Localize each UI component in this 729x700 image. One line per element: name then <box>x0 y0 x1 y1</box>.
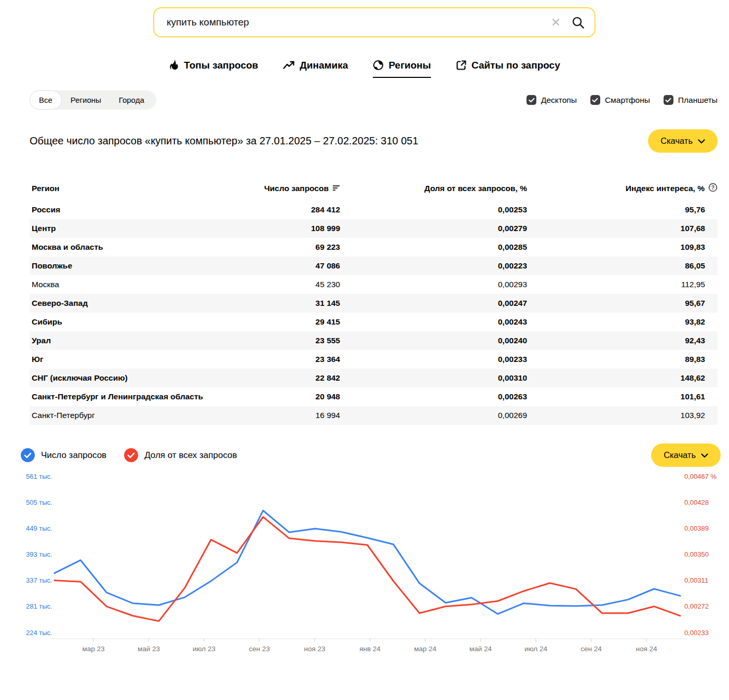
column-interest: Индекс интереса, % ? <box>527 178 718 200</box>
cell-region: Поволжье <box>30 257 258 275</box>
svg-text:май 24: май 24 <box>469 645 492 653</box>
table-row: Центр108 9990,00279107,68 <box>30 219 718 238</box>
cell-queries: 108 999 <box>258 219 340 238</box>
device-label: Планшеты <box>678 96 718 105</box>
cell-queries: 20 948 <box>258 387 340 406</box>
external-link-icon <box>456 60 467 71</box>
svg-text:ноя 24: ноя 24 <box>636 645 657 653</box>
regions-table: Регион Число запросов Доля от все <box>30 178 718 425</box>
svg-text:ноя 23: ноя 23 <box>304 645 325 653</box>
svg-text:июл 24: июл 24 <box>524 645 548 653</box>
cell-interest: 95,76 <box>527 200 718 219</box>
segment-all[interactable]: Все <box>30 90 62 110</box>
cell-region: Центр <box>30 219 258 238</box>
table-row: Урал23 5550,0024092,43 <box>30 331 718 350</box>
table-row: Россия284 4120,0025395,76 <box>30 200 718 219</box>
total-queries-summary: Общее число запросов «купить компьютер» … <box>30 135 419 147</box>
search-input[interactable] <box>166 16 551 29</box>
main-tabs: Топы запросов Динамика Регионы <box>0 59 729 78</box>
chart-legend: Число запросов Доля от всех запросов <box>21 448 237 462</box>
chevron-down-icon <box>701 450 708 460</box>
checkbox-desktops[interactable]: Десктопы <box>526 95 577 105</box>
svg-text:505 тыс.: 505 тыс. <box>26 499 52 506</box>
cell-share: 0,00233 <box>340 350 527 369</box>
geo-segmented-control: Все Регионы Города <box>30 90 156 110</box>
tab-sites[interactable]: Сайты по запросу <box>456 59 560 78</box>
cell-queries: 47 086 <box>258 257 340 275</box>
summary-row: Общее число запросов «купить компьютер» … <box>30 129 718 153</box>
table-row: Северо-Запад31 1450,0024795,67 <box>30 294 718 313</box>
device-filters: Десктопы Смартфоны Планшеты <box>526 95 718 105</box>
search-box[interactable]: ✕ <box>153 7 596 37</box>
tab-dynamics[interactable]: Динамика <box>283 59 348 78</box>
legend-number-of-queries[interactable]: Число запросов <box>21 448 106 462</box>
cell-queries: 45 230 <box>258 275 340 294</box>
legend-check-icon-blue <box>21 448 35 462</box>
download-label: Скачать <box>660 136 693 146</box>
cell-region: Москва и область <box>30 238 258 257</box>
chart-area: мар 23май 23июл 23сен 23ноя 23янв 24мар … <box>0 470 729 661</box>
help-icon[interactable]: ? <box>708 183 718 194</box>
sort-descending-icon <box>332 184 340 193</box>
cell-share: 0,00253 <box>340 200 527 219</box>
line-chart: мар 23май 23июл 23сен 23ноя 23янв 24мар … <box>0 470 729 661</box>
svg-text:561 тыс.: 561 тыс. <box>26 473 52 480</box>
table-header-row: Регион Число запросов Доля от все <box>30 178 718 200</box>
svg-text:0,00428: 0,00428 <box>684 499 709 506</box>
svg-text:?: ? <box>711 184 714 191</box>
legend-share-of-queries[interactable]: Доля от всех запросов <box>124 448 237 462</box>
checkbox-smartphones[interactable]: Смартфоны <box>590 95 650 105</box>
cell-interest: 109,83 <box>527 238 718 257</box>
cell-queries: 31 145 <box>258 294 340 313</box>
device-label: Десктопы <box>541 96 577 105</box>
svg-text:337 тыс.: 337 тыс. <box>26 576 52 584</box>
table-row: Сибирь29 4150,0024393,82 <box>30 313 718 331</box>
tab-regions[interactable]: Регионы <box>373 59 431 78</box>
cell-queries: 16 994 <box>258 406 340 425</box>
cell-share: 0,00240 <box>340 331 527 350</box>
svg-text:мар 23: мар 23 <box>82 645 104 653</box>
cell-region: Урал <box>30 331 258 350</box>
segment-regions[interactable]: Регионы <box>62 90 110 110</box>
column-queries[interactable]: Число запросов <box>258 178 340 200</box>
column-interest-label: Индекс интереса, % <box>626 184 705 193</box>
checkbox-tablets[interactable]: Планшеты <box>664 95 718 105</box>
column-queries-label: Число запросов <box>264 184 329 193</box>
table-row: Санкт-Петербург и Ленинградская область2… <box>30 387 718 406</box>
download-chart-button[interactable]: Скачать <box>651 443 721 467</box>
legend-label: Доля от всех запросов <box>144 450 237 461</box>
checkbox-checked-icon <box>526 95 536 105</box>
svg-text:0,00233: 0,00233 <box>684 629 709 637</box>
segment-cities[interactable]: Города <box>110 90 153 110</box>
clear-icon[interactable]: ✕ <box>551 17 561 29</box>
svg-text:393 тыс.: 393 тыс. <box>26 550 52 558</box>
flame-icon <box>169 59 179 71</box>
cell-region: Санкт-Петербург <box>30 406 258 425</box>
globe-icon <box>373 60 384 71</box>
cell-region: Сибирь <box>30 313 258 331</box>
svg-text:281 тыс.: 281 тыс. <box>26 602 52 610</box>
cell-region: Северо-Запад <box>30 294 258 313</box>
table-row: СНГ (исключая Россию)22 8420,00310148,62 <box>30 369 718 387</box>
download-label: Скачать <box>664 450 696 460</box>
cell-interest: 112,95 <box>527 275 718 294</box>
svg-text:224 тыс.: 224 тыс. <box>26 629 52 637</box>
cell-interest: 93,82 <box>527 313 718 331</box>
cell-interest: 86,05 <box>527 257 718 275</box>
tab-top-queries[interactable]: Топы запросов <box>169 59 258 78</box>
cell-queries: 23 555 <box>258 331 340 350</box>
tab-label: Динамика <box>300 60 348 71</box>
svg-text:янв 24: янв 24 <box>359 645 381 653</box>
cell-interest: 95,67 <box>527 294 718 313</box>
table-row: Москва и область69 2230,00285109,83 <box>30 238 718 257</box>
table-row: Юг23 3640,0023389,83 <box>30 350 718 369</box>
cell-share: 0,00279 <box>340 219 527 238</box>
svg-text:сен 24: сен 24 <box>580 645 602 653</box>
checkbox-checked-icon <box>664 95 673 105</box>
chart-header: Число запросов Доля от всех запросов Ска… <box>21 443 721 467</box>
search-icon[interactable] <box>571 16 585 30</box>
tab-label: Топы запросов <box>184 60 258 71</box>
download-button[interactable]: Скачать <box>648 129 718 153</box>
cell-interest: 89,83 <box>527 350 718 369</box>
svg-text:0,00350: 0,00350 <box>684 550 709 558</box>
